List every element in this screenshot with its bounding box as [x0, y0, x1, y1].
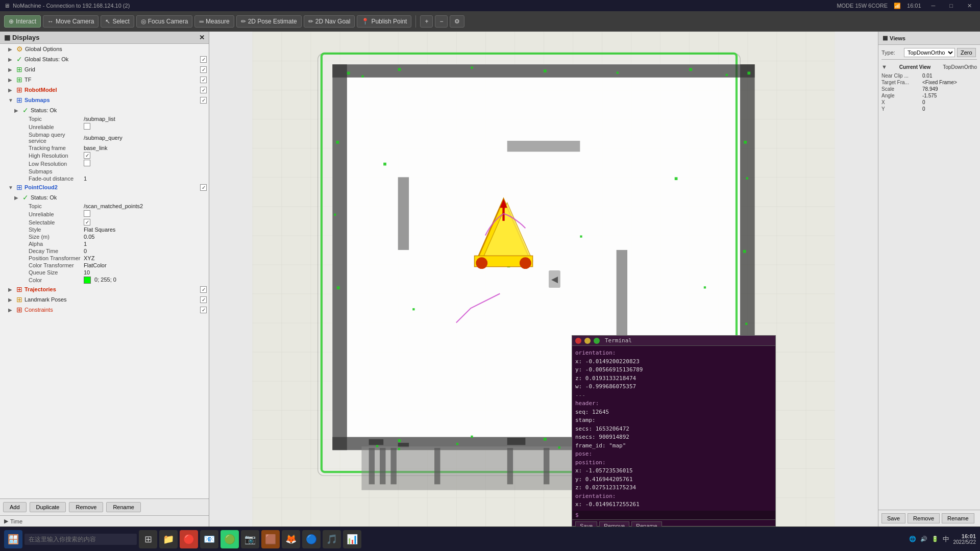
terminal-remove-button[interactable]: Remove [599, 521, 629, 527]
global-status-label: Global Status: Ok [24, 56, 68, 62]
pc2-pos-transform-value: XYZ [84, 255, 207, 261]
checkbox-icon[interactable]: ✓ [200, 56, 207, 63]
nav-goal-button[interactable]: ✏ 2D Nav Goal [304, 15, 355, 28]
global-options-item[interactable]: ▶ ⚙ Global Options [0, 44, 209, 54]
grid-checkbox[interactable]: ✓ [200, 66, 207, 73]
color-swatch[interactable] [84, 277, 91, 284]
grid-item[interactable]: ▶ ⊞ Grid ✓ [0, 64, 209, 74]
robotmodel-checkbox[interactable]: ✓ [200, 87, 207, 93]
close-button[interactable]: ✕ [963, 3, 976, 9]
terminal-line: w: -0.999686075357 [575, 383, 772, 391]
right-panel: ▦ Views Type: TopDownOrtho Orbit FPS Zer… [878, 32, 980, 527]
terminal-save-button[interactable]: Save [575, 521, 597, 527]
high-res-checkbox[interactable]: ✓ [84, 152, 90, 159]
app-icon-4[interactable]: 📷 [241, 530, 259, 548]
traj-checkbox[interactable]: ✓ [200, 286, 207, 293]
focus-camera-button[interactable]: ◎ Focus Camera [136, 15, 193, 28]
pc2-style-value: Flat Squares [84, 227, 207, 233]
tf-item[interactable]: ▶ ⊞ TF ✓ [0, 74, 209, 85]
global-options-label: Global Options [25, 46, 62, 52]
target-frame-row: Target Fra... <Fixed Frame> [881, 80, 977, 85]
traj-expand-icon: ▶ [8, 287, 14, 292]
maximize-button[interactable]: □ [945, 3, 957, 9]
viewport-collapse[interactable]: ◀ [549, 270, 560, 288]
time-section: ▶ Time [0, 515, 209, 527]
unreliable-checkbox[interactable] [84, 123, 90, 130]
svg-rect-17 [617, 71, 619, 73]
viewport[interactable]: ◀ Terminal orientation: x: -0.0149200220… [209, 32, 878, 527]
trajectories-item[interactable]: ▶ ⊞ Trajectories ✓ [0, 284, 209, 294]
minimize-button[interactable]: ─ [927, 3, 940, 9]
toolbar-separator [415, 15, 416, 28]
views-icon: ▦ [883, 35, 888, 41]
unreliable-value [84, 123, 207, 131]
terminal-minimize-dot[interactable] [584, 338, 591, 344]
remove-button[interactable]: Remove [69, 502, 103, 512]
terminal-close-dot[interactable] [575, 338, 581, 344]
grid-icon: ⊞ [16, 65, 22, 73]
expand-time-icon: ▶ [4, 518, 8, 524]
pc2-unreliable-checkbox[interactable] [84, 210, 90, 217]
app-icon-3[interactable]: 🟢 [220, 530, 239, 548]
pc2-status-expand: ▶ [14, 195, 20, 201]
app-icon-6[interactable]: 🦊 [282, 530, 300, 548]
rename-button[interactable]: Rename [106, 502, 141, 512]
landmark-item[interactable]: ▶ ⊞ Landmark Poses ✓ [0, 294, 209, 305]
submaps-item[interactable]: ▼ ⊞ Submaps ✓ [0, 95, 209, 105]
submaps-status-item: ▶ ✓ Status: Ok [0, 105, 209, 115]
low-res-checkbox[interactable] [84, 160, 90, 166]
measure-button[interactable]: ═ Measure [194, 15, 234, 28]
pc2-checkbox[interactable]: ✓ [200, 184, 207, 191]
submaps-checkbox[interactable]: ✓ [200, 97, 207, 104]
tf-checkbox[interactable]: ✓ [200, 77, 207, 83]
chinese-input-icon: 中 [943, 535, 949, 544]
move-camera-button[interactable]: ↔ Move Camera [43, 15, 99, 28]
pc2-topic-label: Topic [2, 203, 84, 209]
app-icon-1[interactable]: 🔴 [180, 530, 198, 548]
interact-button[interactable]: ⊕ Interact [4, 15, 41, 28]
pointcloud2-item[interactable]: ▼ ⊞ PointCloud2 ✓ [0, 182, 209, 192]
add-button[interactable]: Add [3, 502, 27, 512]
terminal-input[interactable] [581, 512, 772, 518]
terminal-maximize-dot[interactable] [594, 338, 600, 344]
landmark-checkbox[interactable]: ✓ [200, 296, 207, 303]
select-button[interactable]: ↖ Select [101, 15, 134, 28]
constraints-checkbox[interactable]: ✓ [200, 307, 207, 313]
start-button[interactable]: 🪟 [4, 530, 22, 548]
views-rename-button[interactable]: Rename [942, 513, 974, 523]
search-input[interactable] [24, 534, 137, 545]
taskview-button[interactable]: ⊞ [139, 530, 157, 548]
svg-rect-26 [334, 214, 336, 216]
terminal-rename-button[interactable]: Rename [631, 521, 662, 527]
settings-button[interactable]: ⚙ [450, 15, 464, 28]
robotmodel-item[interactable]: ▶ ⊞ RobotModel ✓ [0, 85, 209, 95]
pc2-selectable-checkbox[interactable]: ✓ [84, 219, 90, 226]
svg-rect-16 [544, 69, 547, 72]
displays-close-button[interactable]: ✕ [199, 34, 205, 41]
target-frame-value: <Fixed Frame> [922, 80, 957, 85]
views-type-select[interactable]: TopDownOrtho Orbit FPS [904, 48, 955, 57]
app-icon-7[interactable]: 🔵 [302, 530, 321, 548]
app-icon-9[interactable]: 📊 [343, 530, 361, 548]
submap-query-value: /submap_query [84, 135, 207, 141]
terminal-titlebar: Terminal [572, 336, 775, 346]
constraints-item[interactable]: ▶ ⊞ Constraints ✓ [0, 305, 209, 315]
views-remove-button[interactable]: Remove [908, 513, 940, 523]
zoom-out-button[interactable]: − [435, 15, 448, 28]
app-icon-2[interactable]: 📧 [200, 530, 218, 548]
app-icon-8[interactable]: 🎵 [323, 530, 341, 548]
y-value: 0 [922, 106, 925, 112]
global-status-item[interactable]: ▶ ✓ Global Status: Ok ✓ [0, 54, 209, 64]
zoom-in-button[interactable]: + [420, 15, 433, 28]
pc2-size-value: 0.05 [84, 234, 207, 240]
views-save-button[interactable]: Save [881, 513, 905, 523]
svg-rect-52 [376, 445, 378, 447]
app-icon-5[interactable]: 🟫 [261, 530, 280, 548]
views-divider [881, 59, 977, 60]
views-zero-button[interactable]: Zero [957, 48, 976, 57]
views-current-header: ▼ Current View TopDownOrtho [881, 64, 977, 70]
file-manager-icon[interactable]: 📁 [159, 530, 178, 548]
pose-estimate-button[interactable]: ✏ 2D Pose Estimate [236, 15, 302, 28]
duplicate-button[interactable]: Duplicate [30, 502, 66, 512]
publish-point-button[interactable]: 📍 Publish Point [357, 15, 411, 28]
